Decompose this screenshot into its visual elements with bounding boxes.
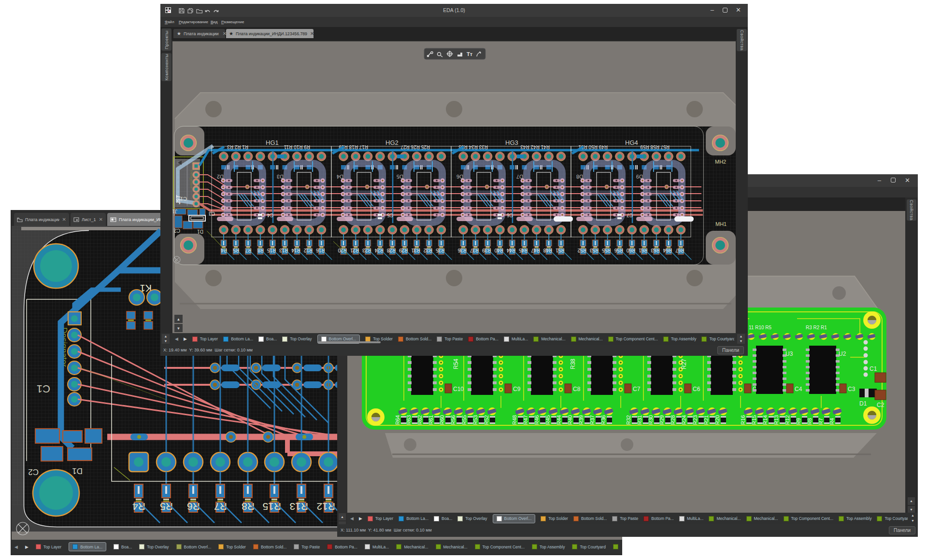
svg-text:D1: D1 bbox=[72, 466, 83, 476]
svg-text:C5: C5 bbox=[387, 212, 393, 218]
svg-text:R48: R48 bbox=[512, 415, 517, 425]
svg-text:R56: R56 bbox=[614, 248, 623, 253]
svg-text:C2: C2 bbox=[877, 402, 884, 408]
svg-text:R24: R24 bbox=[681, 415, 687, 425]
svg-text:D4: D4 bbox=[337, 174, 343, 180]
svg-text:Tт: Tт bbox=[467, 51, 473, 57]
svg-text:C4: C4 bbox=[795, 386, 802, 392]
svg-text:D6: D6 bbox=[456, 174, 463, 180]
svg-text:J1: J1 bbox=[172, 209, 177, 214]
svg-text:R21: R21 bbox=[350, 248, 359, 253]
svg-text:C7: C7 bbox=[627, 212, 633, 218]
svg-text:C6: C6 bbox=[507, 212, 513, 218]
svg-text:MH1: MH1 bbox=[715, 221, 727, 227]
svg-text:R41 R42 R43: R41 R42 R43 bbox=[520, 144, 550, 150]
svg-text:11 R10 R5: 11 R10 R5 bbox=[749, 325, 772, 330]
svg-text:JST: JST bbox=[176, 195, 181, 204]
svg-text:R15: R15 bbox=[751, 415, 757, 425]
svg-text:HG3: HG3 bbox=[505, 139, 518, 146]
svg-text:R25 R26 R27: R25 R26 R27 bbox=[400, 144, 430, 150]
svg-text:C10: C10 bbox=[453, 386, 464, 392]
svg-text:R53: R53 bbox=[590, 248, 599, 253]
svg-text:C7: C7 bbox=[633, 386, 641, 392]
svg-text:R13: R13 bbox=[289, 501, 308, 512]
svg-text:C2: C2 bbox=[28, 467, 39, 476]
svg-text:Designator: Designator bbox=[189, 170, 194, 189]
svg-text:HG2: HG2 bbox=[385, 139, 399, 146]
svg-text:R56: R56 bbox=[450, 415, 456, 425]
svg-text:R64: R64 bbox=[395, 415, 400, 425]
svg-text:R37: R37 bbox=[589, 415, 595, 425]
svg-text:R12: R12 bbox=[303, 248, 313, 253]
svg-text:R15: R15 bbox=[262, 501, 281, 512]
svg-text:D1: D1 bbox=[859, 400, 867, 407]
svg-text:R47: R47 bbox=[523, 415, 528, 425]
svg-text:R14: R14 bbox=[291, 248, 300, 253]
svg-text:R23: R23 bbox=[362, 248, 371, 253]
svg-text:R52: R52 bbox=[484, 415, 489, 425]
svg-text:R4: R4 bbox=[829, 418, 835, 425]
svg-text:R31: R31 bbox=[411, 248, 420, 253]
svg-text:R36: R36 bbox=[457, 248, 467, 253]
svg-text:R53: R53 bbox=[472, 415, 478, 425]
svg-text:D3: D3 bbox=[277, 174, 284, 180]
svg-text:R20: R20 bbox=[714, 415, 720, 425]
svg-text:R15: R15 bbox=[267, 248, 276, 253]
svg-text:HG4: HG4 bbox=[625, 139, 638, 146]
svg-text:R12: R12 bbox=[316, 501, 335, 512]
svg-text:R54: R54 bbox=[453, 359, 459, 369]
svg-text:R35: R35 bbox=[436, 248, 445, 253]
svg-text:R40: R40 bbox=[494, 248, 503, 253]
svg-text:R39: R39 bbox=[578, 415, 584, 425]
svg-text:C9: C9 bbox=[513, 386, 521, 392]
svg-text:R45: R45 bbox=[545, 415, 551, 425]
svg-text:R55: R55 bbox=[602, 248, 611, 253]
svg-text:R55: R55 bbox=[461, 415, 467, 425]
svg-text:▲: ▲ bbox=[177, 317, 181, 322]
svg-text:R9: R9 bbox=[796, 418, 801, 425]
svg-text:D5: D5 bbox=[397, 174, 403, 180]
svg-text:R7: R7 bbox=[245, 248, 251, 253]
svg-text:R3 R2 R1: R3 R2 R1 bbox=[806, 325, 827, 330]
svg-text:C1: C1 bbox=[37, 383, 50, 395]
svg-text:C1: C1 bbox=[180, 196, 187, 202]
svg-text:R46: R46 bbox=[534, 415, 540, 425]
svg-text:▼: ▼ bbox=[177, 326, 181, 331]
svg-text:U2: U2 bbox=[839, 350, 846, 357]
svg-text:R7: R7 bbox=[818, 418, 824, 425]
svg-text:R44: R44 bbox=[556, 415, 562, 425]
svg-text:R16: R16 bbox=[740, 415, 746, 425]
svg-text:R16: R16 bbox=[316, 248, 325, 253]
svg-text:R13: R13 bbox=[279, 248, 288, 253]
svg-text:R60: R60 bbox=[439, 415, 445, 425]
svg-text:R51: R51 bbox=[556, 248, 565, 253]
svg-text:R23: R23 bbox=[692, 415, 698, 425]
svg-text:R32: R32 bbox=[626, 415, 631, 425]
svg-text:R13: R13 bbox=[773, 415, 779, 425]
svg-text:R61: R61 bbox=[428, 415, 434, 425]
svg-text:R29: R29 bbox=[659, 415, 665, 425]
svg-text:D8: D8 bbox=[576, 174, 583, 180]
svg-text:R40: R40 bbox=[567, 415, 573, 425]
svg-text:U3: U3 bbox=[785, 350, 793, 357]
svg-text:C2: C2 bbox=[174, 228, 180, 233]
svg-text:R57 R58 R59: R57 R58 R59 bbox=[640, 144, 670, 150]
svg-text:R38: R38 bbox=[570, 359, 576, 369]
svg-text:R8: R8 bbox=[257, 248, 264, 253]
svg-text:R28: R28 bbox=[670, 415, 676, 425]
svg-text:R61: R61 bbox=[639, 248, 648, 253]
svg-text:R63: R63 bbox=[651, 248, 660, 253]
svg-text:C1: C1 bbox=[870, 365, 877, 372]
svg-text:R44: R44 bbox=[506, 248, 515, 253]
svg-text:R29: R29 bbox=[399, 248, 408, 253]
svg-text:R14: R14 bbox=[762, 415, 768, 425]
svg-text:D7: D7 bbox=[516, 174, 523, 180]
svg-text:R60: R60 bbox=[626, 248, 635, 253]
svg-text:R52: R52 bbox=[577, 248, 586, 253]
svg-text:R27: R27 bbox=[681, 359, 687, 369]
svg-text:R64: R64 bbox=[663, 248, 672, 253]
svg-text:C4: C4 bbox=[267, 212, 273, 218]
svg-text:R48: R48 bbox=[543, 248, 552, 253]
svg-text:R9 R10 R11: R9 R10 R11 bbox=[284, 144, 310, 150]
svg-text:R24: R24 bbox=[374, 248, 384, 253]
